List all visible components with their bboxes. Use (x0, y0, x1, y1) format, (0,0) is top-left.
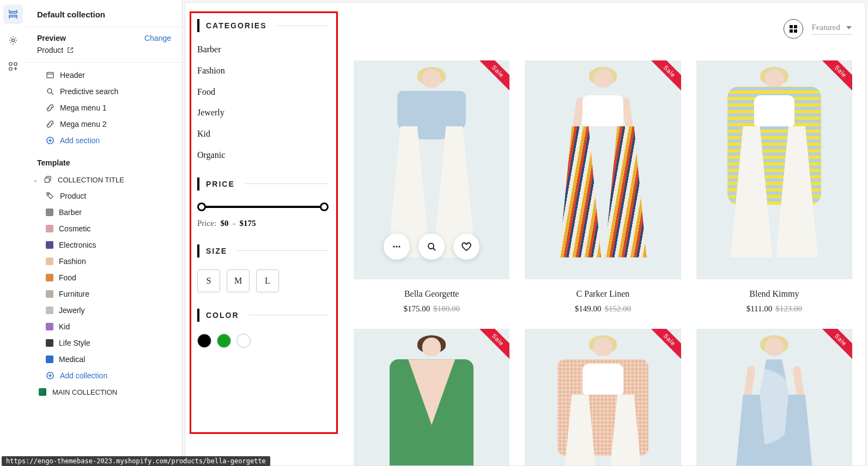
product-image[interactable]: Sale (354, 329, 509, 466)
sidebar: Default collection Preview Change Produc… (26, 0, 183, 466)
product-card[interactable]: SaleC Parker Linen$149.00$152.00 (525, 60, 681, 314)
price-handle-min[interactable] (197, 203, 206, 211)
chevron-down-icon (846, 25, 852, 30)
collection-icon (38, 388, 47, 396)
size-option-m[interactable]: M (227, 269, 250, 292)
search-icon[interactable] (418, 234, 445, 260)
change-link[interactable]: Change (144, 34, 171, 42)
storefront-filters: CATEGORIES BarberFashionFoodJewerlyKidOr… (185, 3, 341, 465)
svg-point-6 (12, 39, 15, 42)
tree-item-predictive-search[interactable]: Predictive search (26, 83, 182, 100)
filter-category-food[interactable]: Food (197, 87, 329, 98)
link-icon (46, 103, 54, 112)
size-option-s[interactable]: S (197, 269, 220, 292)
preview-label: Preview (37, 34, 66, 42)
svg-point-22 (393, 246, 395, 247)
search-icon (46, 87, 54, 96)
svg-rect-19 (794, 25, 797, 28)
color-swatch[interactable] (236, 334, 251, 348)
tree-item-mega-menu-2[interactable]: Mega menu 2 (26, 116, 182, 132)
tree-category-jewerly[interactable]: Jewerly (26, 302, 182, 318)
product-card[interactable]: Sale (354, 329, 509, 466)
product-price: $149.00$152.00 (525, 304, 681, 314)
filter-category-jewerly[interactable]: Jewerly (197, 107, 329, 119)
main-collection-item[interactable]: MAIN COLLECTION (26, 384, 182, 400)
svg-point-24 (399, 246, 400, 247)
category-color-icon (46, 241, 53, 249)
tree-category-food[interactable]: Food (26, 269, 182, 286)
add-section[interactable]: Add section (26, 132, 182, 149)
category-color-icon (46, 355, 53, 363)
product-card[interactable]: SaleBella Georgette$175.00$180.00 (354, 60, 509, 314)
color-swatch[interactable] (197, 334, 211, 348)
chevron-down-icon: ⌄ (33, 177, 38, 183)
filter-heading-size: SIZE (206, 247, 237, 255)
product-card[interactable]: Sale (525, 329, 681, 466)
tree-category-medical[interactable]: Medical (26, 351, 182, 367)
tree-category-electronics[interactable]: Electronics (26, 237, 182, 253)
product-image[interactable]: Sale (354, 60, 509, 279)
svg-rect-7 (9, 63, 12, 65)
product-name: C Parker Linen (525, 289, 681, 299)
product-name: Blend Kimmy (696, 289, 852, 299)
price-slider[interactable] (197, 203, 329, 211)
tree-category-furniture[interactable]: Furniture (26, 286, 182, 302)
product-item[interactable]: Product (26, 188, 182, 204)
product-name: Bella Georgette (354, 289, 509, 299)
svg-point-16 (48, 194, 49, 195)
svg-point-12 (47, 89, 52, 93)
icon-rail (0, 0, 26, 466)
external-link-icon (66, 46, 74, 54)
product-image[interactable]: Sale (696, 60, 852, 279)
section-tree[interactable]: HeaderPredictive searchMega menu 1Mega m… (26, 63, 182, 466)
plus-circle-icon (46, 371, 54, 380)
more-icon[interactable] (384, 234, 410, 260)
tree-category-barber[interactable]: Barber (26, 204, 182, 220)
size-option-l[interactable]: L (256, 269, 279, 292)
filter-category-fashion[interactable]: Fashion (197, 65, 329, 77)
category-color-icon (46, 306, 53, 314)
tree-category-life-style[interactable]: Life Style (26, 335, 182, 351)
product-card[interactable]: SaleBlend Kimmy$111.00$123.00 (696, 60, 852, 314)
svg-rect-0 (9, 11, 17, 13)
product-image[interactable]: Sale (525, 329, 681, 466)
category-color-icon (46, 209, 53, 216)
grid-view-button[interactable] (784, 19, 803, 39)
svg-point-23 (396, 246, 398, 247)
svg-point-25 (428, 243, 434, 249)
color-swatch[interactable] (217, 334, 231, 348)
filter-category-kid[interactable]: Kid (197, 128, 329, 140)
product-image[interactable]: Sale (525, 60, 681, 279)
page-title: Default collection (37, 10, 171, 19)
category-color-icon (46, 290, 53, 298)
sort-dropdown[interactable]: Featured (812, 23, 852, 35)
apps-icon[interactable] (3, 57, 23, 76)
preview-target[interactable]: Product (37, 46, 74, 54)
tag-icon (46, 192, 54, 200)
tree-category-cosmetic[interactable]: Cosmetic (26, 220, 182, 237)
product-image[interactable]: Sale (696, 329, 852, 466)
product-card[interactable]: Sale (696, 329, 852, 466)
price-min: $0 (221, 219, 229, 228)
category-color-icon (46, 323, 53, 330)
collection-title-item[interactable]: ⌄ COLLECTION TITLE (26, 171, 182, 188)
svg-rect-1 (9, 15, 17, 17)
product-price: $111.00$123.00 (696, 304, 852, 314)
tree-item-header[interactable]: Header (26, 67, 182, 83)
category-color-icon (46, 225, 53, 232)
filter-category-barber[interactable]: Barber (197, 44, 329, 56)
tree-category-fashion[interactable]: Fashion (26, 253, 182, 269)
svg-rect-21 (794, 29, 797, 33)
svg-rect-15 (45, 178, 50, 182)
header-icon (46, 71, 54, 79)
svg-rect-8 (14, 63, 17, 65)
tree-item-mega-menu-1[interactable]: Mega menu 1 (26, 100, 182, 116)
filter-category-organic[interactable]: Organic (197, 150, 329, 161)
settings-icon[interactable] (3, 30, 23, 50)
link-icon (46, 120, 54, 128)
price-handle-max[interactable] (320, 203, 329, 211)
sections-icon[interactable] (3, 4, 23, 24)
heart-icon[interactable] (453, 234, 479, 260)
tree-category-kid[interactable]: Kid (26, 318, 182, 335)
add-collection[interactable]: Add collection (26, 367, 182, 384)
